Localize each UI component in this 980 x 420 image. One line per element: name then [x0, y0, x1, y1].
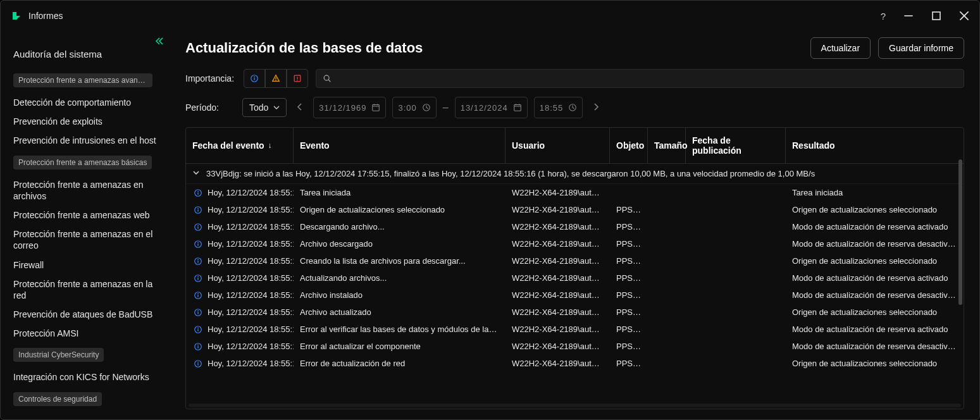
- time-from-value: 3:00: [398, 103, 416, 113]
- save-report-button[interactable]: Guardar informe: [878, 37, 964, 59]
- sidebar-heading[interactable]: Auditoría del sistema: [13, 49, 163, 59]
- col-header-user[interactable]: Usuario: [506, 128, 610, 163]
- sidebar-item[interactable]: Protección frente a amenazas en el corre…: [13, 225, 163, 255]
- cell-size: [648, 343, 686, 350]
- severity-warning-button[interactable]: [265, 69, 287, 88]
- cell-object: PPSiKEdq: [610, 252, 648, 269]
- svg-point-34: [197, 242, 199, 243]
- cell-result: Origen de actualizaciones seleccionado: [786, 304, 964, 321]
- cell-user: W22H2-X64-2189\autotester: [506, 304, 610, 321]
- severity-info-button[interactable]: [244, 69, 265, 88]
- svg-point-46: [197, 310, 199, 311]
- date-to-field[interactable]: 13/12/2024: [455, 97, 528, 118]
- sidebar-item[interactable]: Prevención de ataques de BadUSB: [13, 305, 163, 324]
- col-header-pub[interactable]: Fecha de publicación: [686, 128, 786, 163]
- svg-rect-44: [197, 295, 198, 297]
- cell-size: [648, 223, 686, 231]
- cell-size: [648, 360, 686, 368]
- table-row[interactable]: Hoy, 12/12/2024 18:55:15Error al actuali…: [186, 338, 964, 355]
- info-icon: [194, 308, 202, 317]
- svg-rect-29: [197, 209, 198, 212]
- titlebar-title: Informes: [28, 11, 63, 21]
- period-select[interactable]: Todo: [242, 98, 287, 117]
- close-button[interactable]: [959, 11, 969, 21]
- table-row[interactable]: Hoy, 12/12/2024 18:55:15Error de actuali…: [186, 355, 964, 372]
- table-row[interactable]: Hoy, 12/12/2024 18:55:15Tarea iniciadaW2…: [186, 184, 964, 201]
- date-from-field[interactable]: 31/12/1969: [313, 97, 386, 118]
- period-prev-button[interactable]: [293, 103, 307, 113]
- cell-pub: [686, 360, 786, 368]
- cell-object: PPSiKEdq: [610, 201, 648, 218]
- col-header-result[interactable]: Resultado: [786, 128, 964, 163]
- table-row[interactable]: Hoy, 12/12/2024 18:55:15Creando la lista…: [186, 252, 964, 269]
- col-header-size[interactable]: Tamaño: [648, 128, 686, 163]
- horizontal-scrollbar[interactable]: [189, 404, 961, 407]
- search-box[interactable]: [316, 69, 964, 88]
- sidebar-category: Industrial CyberSecurity: [13, 348, 104, 362]
- cell-object: PPSiKEdq: [610, 355, 648, 372]
- col-header-date[interactable]: Fecha del evento↓: [186, 128, 294, 163]
- table-row[interactable]: Hoy, 12/12/2024 18:55:15Error al verific…: [186, 321, 964, 338]
- svg-rect-10: [297, 77, 297, 79]
- info-icon: [194, 291, 202, 300]
- cell-user: W22H2-X64-2189\autotester: [506, 235, 610, 252]
- cell-date: Hoy, 12/12/2024 18:55:15: [186, 304, 294, 321]
- cell-event: Archivo instalado: [294, 287, 506, 304]
- group-toggle-icon[interactable]: [192, 169, 200, 178]
- group-summary-row[interactable]: 33VjBdjg: se inició a las Hoy, 12/12/202…: [186, 164, 964, 184]
- cell-result: Origen de actualizaciones seleccionado: [786, 201, 964, 218]
- cell-user: W22H2-X64-2189\autotester: [506, 321, 610, 338]
- maximize-button[interactable]: [931, 11, 941, 21]
- minimize-button[interactable]: [903, 11, 914, 21]
- col-header-event[interactable]: Evento: [294, 128, 506, 163]
- table-row[interactable]: Hoy, 12/12/2024 18:55:15Archivo descarga…: [186, 235, 964, 252]
- table-row[interactable]: Hoy, 12/12/2024 18:55:15Actualizando arc…: [186, 269, 964, 287]
- cell-user: W22H2-X64-2189\autotester: [506, 287, 610, 304]
- sidebar-item[interactable]: Protección AMSI: [13, 324, 163, 343]
- scrollbar-thumb[interactable]: [958, 159, 962, 305]
- sidebar-item[interactable]: Integración con KICS for Networks: [13, 368, 163, 386]
- time-from-field[interactable]: 3:00: [392, 97, 436, 118]
- svg-line-13: [328, 80, 330, 82]
- chevron-down-icon: [273, 104, 280, 111]
- page-title: Actualización de las bases de datos: [185, 40, 423, 56]
- sidebar-item[interactable]: Prevención de intrusiones en el host: [13, 131, 163, 150]
- info-icon: [194, 342, 202, 351]
- svg-rect-35: [197, 244, 198, 246]
- cell-object: PPSiKEdq: [610, 304, 648, 321]
- period-next-button[interactable]: [589, 103, 603, 113]
- table-row[interactable]: Hoy, 12/12/2024 18:55:15Archivo actualiz…: [186, 304, 964, 321]
- sidebar-item[interactable]: Firewall: [13, 256, 163, 275]
- vertical-scrollbar[interactable]: [958, 159, 962, 409]
- svg-rect-7: [275, 77, 276, 79]
- sidebar-item[interactable]: Protección frente a amenazas web: [13, 206, 163, 225]
- table-row[interactable]: Hoy, 12/12/2024 18:55:15Descargando arch…: [186, 218, 964, 235]
- update-button[interactable]: Actualizar: [810, 37, 871, 59]
- time-to-field[interactable]: 18:55: [534, 97, 583, 118]
- sidebar-item[interactable]: Protección frente a amenazas en archivos: [13, 175, 163, 206]
- help-button[interactable]: ?: [881, 11, 886, 22]
- sidebar-item[interactable]: Protección frente a amenazas en la red: [13, 275, 163, 305]
- sidebar: Auditoría del sistema Protección frente …: [1, 31, 170, 419]
- cell-pub: [686, 223, 786, 231]
- search-input[interactable]: [337, 74, 957, 83]
- col-header-object[interactable]: Objeto: [610, 128, 648, 163]
- severity-critical-button[interactable]: [287, 69, 308, 88]
- table-row[interactable]: Hoy, 12/12/2024 18:55:15Archivo instalad…: [186, 287, 964, 304]
- svg-rect-38: [197, 261, 198, 263]
- sidebar-item[interactable]: Prevención de exploits: [13, 112, 163, 131]
- sidebar-item[interactable]: Detección de comportamiento: [13, 93, 163, 112]
- sidebar-category: Protección frente a amenazas básicas: [13, 156, 152, 170]
- cell-event: Creando la lista de archivos para descar…: [294, 252, 506, 269]
- info-icon: [194, 206, 202, 214]
- cell-pub: [686, 309, 786, 316]
- info-icon: [194, 325, 202, 334]
- cell-result: Modo de actualización de reserva desacti…: [786, 287, 964, 304]
- sidebar-collapse-button[interactable]: [154, 36, 164, 48]
- period-select-value: Todo: [249, 102, 268, 113]
- svg-point-40: [197, 276, 199, 277]
- cell-size: [648, 309, 686, 316]
- table-row[interactable]: Hoy, 12/12/2024 18:55:15Origen de actual…: [186, 201, 964, 218]
- svg-rect-19: [514, 105, 521, 111]
- cell-size: [648, 292, 686, 299]
